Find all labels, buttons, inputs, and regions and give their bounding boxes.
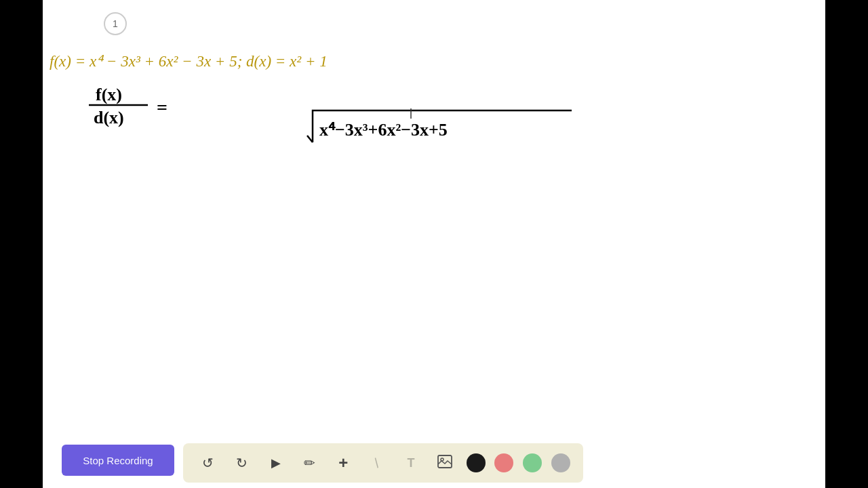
- color-pink[interactable]: [494, 453, 513, 472]
- redo-icon: ↻: [236, 455, 248, 471]
- add-button[interactable]: +: [331, 451, 355, 475]
- right-bar: [825, 0, 868, 488]
- undo-icon: ↺: [202, 455, 214, 471]
- text-tool-button[interactable]: T: [399, 451, 423, 475]
- undo-button[interactable]: ↺: [196, 451, 220, 475]
- color-black[interactable]: [467, 453, 486, 472]
- color-green[interactable]: [523, 453, 542, 472]
- pen-icon: ✏: [304, 455, 315, 471]
- line-tool-button[interactable]: /: [365, 451, 389, 475]
- svg-text:x⁴−3x³+6x²−3x+5: x⁴−3x³+6x²−3x+5: [319, 120, 448, 140]
- redo-button[interactable]: ↻: [230, 451, 254, 475]
- page-indicator: 1: [104, 12, 127, 35]
- left-bar: [0, 0, 43, 488]
- pen-tool-button[interactable]: ✏: [297, 451, 321, 475]
- handwriting-canvas: f(x) = x⁴ − 3x³ + 6x² − 3x + 5; d(x) = x…: [43, 0, 825, 420]
- text-icon: T: [407, 456, 414, 470]
- page-number: 1: [113, 18, 118, 29]
- plus-icon: +: [338, 453, 348, 472]
- image-button[interactable]: [433, 451, 457, 475]
- svg-text:f(x): f(x): [96, 85, 122, 104]
- color-gray[interactable]: [551, 453, 570, 472]
- toolbar: ↺ ↻ ▶ ✏ + / T: [183, 443, 583, 483]
- canvas-area[interactable]: 1 f(x) = x⁴ − 3x³ + 6x² − 3x + 5; d(x) =…: [43, 0, 825, 488]
- svg-text:=: =: [157, 97, 167, 118]
- line-icon: /: [372, 455, 382, 471]
- image-icon: [437, 454, 452, 472]
- cursor-icon: ▶: [271, 455, 281, 470]
- svg-text:f(x) = x⁴ − 3x³ + 6x² − 3x + 5: f(x) = x⁴ − 3x³ + 6x² − 3x + 5; d(x) = x…: [50, 53, 328, 70]
- svg-text:d(x): d(x): [94, 108, 124, 127]
- select-tool-button[interactable]: ▶: [264, 451, 288, 475]
- stop-recording-button[interactable]: Stop Recording: [62, 445, 174, 476]
